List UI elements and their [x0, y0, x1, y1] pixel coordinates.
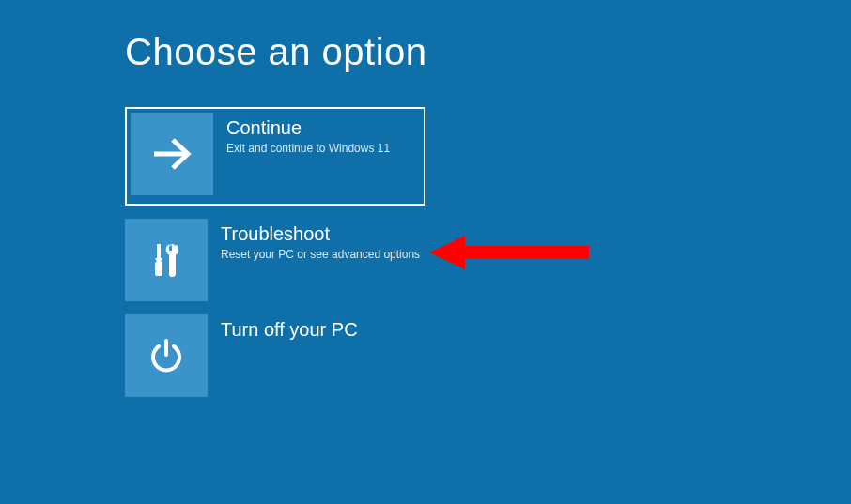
troubleshoot-description: Reset your PC or see advanced options: [221, 248, 420, 263]
svg-rect-1: [157, 244, 161, 258]
turnoff-tile[interactable]: Turn off your PC: [125, 314, 851, 397]
continue-arrow-icon: [131, 113, 213, 195]
svg-marker-2: [155, 258, 162, 262]
tools-icon: [125, 219, 208, 301]
continue-description: Exit and continue to Windows 11: [226, 142, 390, 157]
troubleshoot-tile[interactable]: Troubleshoot Reset your PC or see advanc…: [125, 219, 851, 301]
page-title: Choose an option: [125, 31, 851, 73]
power-icon: [125, 314, 208, 397]
options-list: Continue Exit and continue to Windows 11: [125, 107, 851, 397]
continue-tile[interactable]: Continue Exit and continue to Windows 11: [125, 107, 426, 206]
continue-title: Continue: [226, 116, 390, 139]
troubleshoot-title: Troubleshoot: [221, 222, 420, 245]
turnoff-title: Turn off your PC: [221, 318, 358, 341]
svg-rect-3: [155, 262, 162, 276]
